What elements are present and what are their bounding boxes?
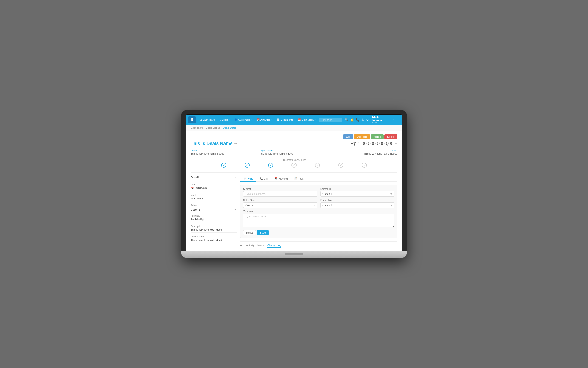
dollar-icon: $ <box>219 118 221 121</box>
pipeline-step-4: ✓ <box>291 163 297 168</box>
tab-task[interactable]: 📋 Task <box>291 176 307 182</box>
bottom-tab-activity[interactable]: Activity <box>246 244 254 248</box>
step-line-1 <box>226 165 245 166</box>
main-content: Edit Duplicate Merge Delete This is Deal… <box>186 131 402 251</box>
phone-icon[interactable]: 📞 <box>356 118 359 122</box>
field-select: Select Option 1 Option 2 Option 3 <box>191 204 237 212</box>
navbar: B ⊞ Dashboard $ Deals ▾ 👤 Customers ▾ 📅 … <box>186 115 402 125</box>
meta-organization: Organization This is very long name inde… <box>260 149 328 155</box>
calendar-input-icon: 📅 <box>191 186 194 190</box>
pipeline-steps: ✓ ✓ ✓ ✓ ✓ <box>191 163 397 168</box>
form-parent-type: Parent Type Option 1 Option 2 Option 3 <box>320 199 394 208</box>
field-currency: Currency Rupiah (Rp) <box>191 215 237 222</box>
search-icon[interactable]: 🔍 <box>345 118 348 122</box>
image-icon[interactable]: 🖼 <box>361 118 364 122</box>
related-to-select[interactable]: Option 1 Option 2 Option 3 <box>320 191 394 197</box>
nav-activities[interactable]: 📅 Activities ▾ <box>255 118 274 122</box>
breadcrumb-sep-1: › <box>204 126 205 129</box>
task-tab-icon: 📋 <box>294 177 298 180</box>
step-line-5 <box>320 165 338 166</box>
merge-button[interactable]: Merge <box>371 134 384 139</box>
deal-meta: Contact This is very long name indeed Or… <box>191 149 397 155</box>
notes-owner-select[interactable]: Option 1 Option 2 Option 3 <box>243 202 317 208</box>
detail-select[interactable]: Option 1 Option 2 Option 3 <box>191 208 237 212</box>
more-options-icon[interactable]: ⋮ <box>396 118 400 122</box>
step-line-4 <box>297 165 315 166</box>
step-circle-5: ✓ <box>315 163 320 168</box>
breadcrumb-sep-2: › <box>221 126 222 129</box>
nav-deals[interactable]: $ Deals ▾ <box>218 118 231 122</box>
panel-header: Detail ▲ <box>191 176 237 181</box>
subject-input[interactable] <box>243 191 317 197</box>
meeting-tab-icon: 📅 <box>274 177 278 180</box>
edit-button[interactable]: Edit <box>343 134 353 139</box>
customers-caret-icon: ▾ <box>251 119 252 121</box>
field-date: Date 📅 03/04/2014 <box>191 183 237 191</box>
save-button[interactable]: Save <box>257 230 269 235</box>
bottom-tab-all[interactable]: All <box>240 244 243 248</box>
pipeline-step-2: ✓ <box>245 163 250 168</box>
step-line-6 <box>343 165 362 166</box>
meta-owner: Owner This is very long name indeed <box>328 149 397 155</box>
reset-button[interactable]: Reset <box>243 230 256 235</box>
note-tab-icon: 📄 <box>243 177 247 180</box>
step-line-3 <box>273 165 291 166</box>
pipeline-step-3: ✓ <box>268 163 273 168</box>
pipeline-step-1: ✓ <box>221 163 226 168</box>
form-subject: Subject <box>243 188 317 197</box>
right-panel: 📄 Note 📞 Call 📅 Meeting 📋 <box>240 176 397 248</box>
step-circle-4: ✓ <box>291 163 297 168</box>
settings-icon[interactable]: ⚙ <box>366 118 369 122</box>
note-tabs: 📄 Note 📞 Call 📅 Meeting 📋 <box>240 176 397 182</box>
breadcrumb-dashboard[interactable]: Dashboard <box>191 126 203 129</box>
user-menu[interactable]: Admin Barantum Admin ▾ <box>372 116 394 124</box>
nav-customers[interactable]: 👤 Customers ▾ <box>232 118 254 122</box>
deal-title: This is Deals Name ✏ <box>191 141 237 146</box>
beta-modul-caret-icon: ▾ <box>315 119 316 121</box>
call-tab-icon: 📞 <box>260 177 263 180</box>
deal-amount-edit-icon[interactable]: ✏ <box>395 142 397 145</box>
bottom-tab-notes[interactable]: Notes <box>258 244 264 248</box>
deal-title-edit-icon[interactable]: ✏ <box>234 142 237 145</box>
calendar2-icon: 📆 <box>298 118 301 121</box>
breadcrumb-deals-listing[interactable]: Deals Listing <box>206 126 220 129</box>
file-icon: 📄 <box>277 118 280 121</box>
step-circle-3: ✓ <box>268 163 273 168</box>
lower-section: Detail ▲ Date 📅 03/04/2014 Input Inp <box>191 172 397 248</box>
deals-caret-icon: ▾ <box>229 119 230 121</box>
duplicate-button[interactable]: Duplicate <box>354 134 370 139</box>
users-icon: 👤 <box>234 118 238 121</box>
step-circle-6: ✓ <box>338 163 343 168</box>
search-input[interactable] <box>319 118 342 122</box>
tab-meeting[interactable]: 📅 Meeting <box>271 176 291 182</box>
form-row-1: Subject Related To Option 1 Option 2 Opt… <box>243 188 394 197</box>
tab-note[interactable]: 📄 Note <box>240 176 256 182</box>
delete-button[interactable]: Delete <box>385 134 397 139</box>
bottom-tabs: All Activity Notes Change Log <box>240 241 397 248</box>
field-input: Input Input value <box>191 194 237 202</box>
step-circle-2: ✓ <box>245 163 250 168</box>
nav-beta-modul[interactable]: 📆 Beta Modul ▾ <box>296 118 318 122</box>
tab-call[interactable]: 📞 Call <box>256 176 271 182</box>
form-row-2: Notes Owner Option 1 Option 2 Option 3 P… <box>243 199 394 208</box>
pipeline-step-6: ✓ <box>338 163 343 168</box>
your-note-textarea[interactable] <box>243 214 394 227</box>
detail-panel: Detail ▲ Date 📅 03/04/2014 Input Inp <box>191 176 237 248</box>
breadcrumb: Dashboard › Deals Listing › Deals Detail <box>186 125 402 131</box>
brand-logo: B <box>188 116 196 123</box>
bottom-tab-change-log[interactable]: Change Log <box>267 244 281 248</box>
deal-amount: Rp 1.000.000.000,00 ✏ <box>350 141 397 146</box>
step-circle-7: ✓ <box>362 163 367 168</box>
nav-dashboard[interactable]: ⊞ Dashboard <box>198 118 217 122</box>
nav-documents[interactable]: 📄 Documents <box>275 118 295 122</box>
nav-icons: 🔍 🔔 📞 🖼 ⚙ <box>345 118 369 122</box>
step-line-2 <box>250 165 268 166</box>
deal-header: This is Deals Name ✏ Rp 1.000.000.000,00… <box>191 141 397 146</box>
pipeline-step-5: ✓ <box>315 163 320 168</box>
notification-icon[interactable]: 🔔 <box>350 118 354 122</box>
panel-collapse-icon[interactable]: ▲ <box>234 176 237 179</box>
grid-icon: ⊞ <box>200 118 202 121</box>
form-related-to: Related To Option 1 Option 2 Option 3 <box>320 188 394 197</box>
form-actions: Reset Save <box>243 230 394 235</box>
parent-type-select[interactable]: Option 1 Option 2 Option 3 <box>320 202 394 208</box>
